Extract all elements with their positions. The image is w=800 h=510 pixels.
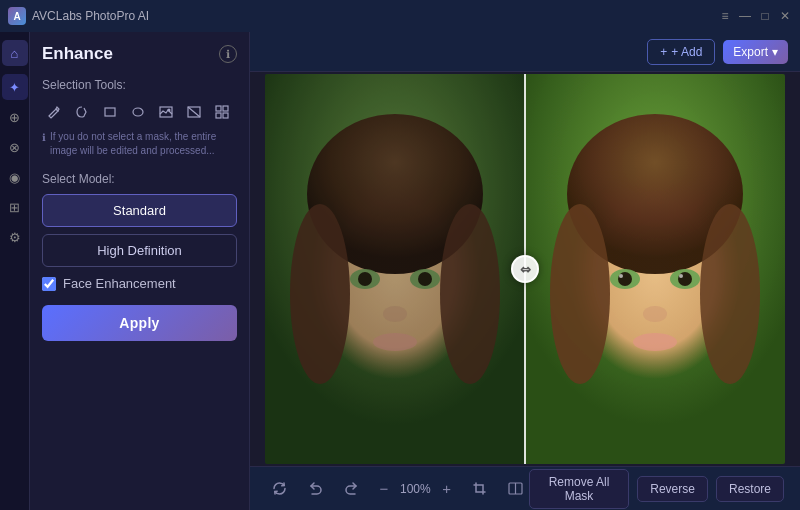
- info-icon[interactable]: ℹ: [219, 45, 237, 63]
- face-overlay-left: [265, 74, 525, 464]
- sidebar-item-settings[interactable]: ⚙: [2, 224, 28, 250]
- bottom-left-tools: − 100% +: [266, 476, 529, 502]
- export-label: Export: [733, 45, 768, 59]
- titlebar-left: A AVCLabs PhotoPro AI: [8, 7, 149, 25]
- svg-point-21: [373, 333, 417, 351]
- svg-point-28: [670, 269, 700, 289]
- tool-grid[interactable]: [210, 100, 234, 124]
- add-button[interactable]: + + Add: [647, 39, 715, 65]
- svg-point-3: [168, 109, 171, 112]
- photo-container: ⇔: [265, 74, 785, 464]
- note-icon: ℹ: [42, 131, 46, 145]
- tool-ellipse[interactable]: [126, 100, 150, 124]
- undo-icon[interactable]: [302, 476, 328, 502]
- zoom-group: − 100% +: [374, 479, 457, 499]
- redo-icon[interactable]: [338, 476, 364, 502]
- drag-arrows-icon: ⇔: [520, 263, 531, 276]
- zoom-value: 100%: [400, 482, 431, 496]
- tool-image[interactable]: [154, 100, 178, 124]
- apply-button[interactable]: Apply: [42, 305, 237, 341]
- svg-point-31: [619, 274, 623, 278]
- zoom-out-button[interactable]: −: [374, 479, 394, 499]
- maximize-icon[interactable]: □: [758, 9, 772, 23]
- app-icon: A: [8, 7, 26, 25]
- refresh-icon[interactable]: [266, 476, 292, 502]
- canvas-area: ⇔: [250, 72, 800, 466]
- compare-drag-handle[interactable]: ⇔: [511, 255, 539, 283]
- close-icon[interactable]: ✕: [778, 9, 792, 23]
- svg-point-34: [633, 333, 677, 351]
- zoom-in-button[interactable]: +: [437, 479, 457, 499]
- add-icon: +: [660, 45, 667, 59]
- crop-icon[interactable]: [467, 476, 493, 502]
- add-label: + Add: [671, 45, 702, 59]
- tool-lasso[interactable]: [70, 100, 94, 124]
- svg-point-20: [383, 306, 407, 322]
- svg-point-29: [618, 272, 632, 286]
- export-button[interactable]: Export ▾: [723, 40, 788, 64]
- tool-pen[interactable]: [42, 100, 66, 124]
- selection-note: ℹ If you do not select a mask, the entir…: [42, 130, 237, 158]
- svg-point-27: [610, 269, 640, 289]
- standard-model-button[interactable]: Standard: [42, 194, 237, 227]
- reverse-button[interactable]: Reverse: [637, 476, 708, 502]
- svg-rect-7: [223, 106, 228, 111]
- svg-point-13: [307, 114, 483, 274]
- tool-rect[interactable]: [98, 100, 122, 124]
- svg-rect-22: [525, 74, 785, 464]
- app-title: AVCLabs PhotoPro AI: [32, 9, 149, 23]
- sidebar-item-tools[interactable]: ⊕: [2, 104, 28, 130]
- svg-point-32: [679, 274, 683, 278]
- face-overlay-right: [525, 74, 785, 464]
- high-definition-model-button[interactable]: High Definition: [42, 234, 237, 267]
- face-enhancement-checkbox[interactable]: [42, 277, 56, 291]
- tool-mask[interactable]: [182, 100, 206, 124]
- svg-point-1: [133, 108, 143, 116]
- svg-rect-8: [216, 113, 221, 118]
- titlebar: A AVCLabs PhotoPro AI ≡ — □ ✕: [0, 0, 800, 32]
- photo-original: [265, 74, 525, 464]
- svg-point-19: [418, 272, 432, 286]
- svg-rect-9: [223, 113, 228, 118]
- svg-point-15: [440, 204, 500, 384]
- export-arrow-icon: ▾: [772, 45, 778, 59]
- selection-tools-row: [42, 100, 237, 124]
- minimize-icon[interactable]: —: [738, 9, 752, 23]
- titlebar-controls: ≡ — □ ✕: [718, 9, 792, 23]
- svg-point-30: [678, 272, 692, 286]
- select-model-label: Select Model:: [42, 172, 237, 186]
- svg-point-25: [550, 204, 610, 384]
- panel-title: Enhance: [42, 44, 113, 64]
- panel-header: Enhance ℹ: [42, 44, 237, 64]
- bottom-toolbar: − 100% + Remove: [250, 466, 800, 510]
- svg-point-16: [350, 269, 380, 289]
- svg-point-12: [310, 169, 480, 379]
- selection-note-text: If you do not select a mask, the entire …: [50, 130, 237, 158]
- sidebar-item-adjust[interactable]: ⊗: [2, 134, 28, 160]
- svg-point-23: [570, 169, 740, 379]
- selection-tools-label: Selection Tools:: [42, 78, 237, 92]
- sidebar-item-layers[interactable]: ⊞: [2, 194, 28, 220]
- face-enhancement-row: Face Enhancement: [42, 276, 237, 291]
- svg-rect-10: [265, 74, 525, 464]
- compare-icon[interactable]: [503, 476, 529, 502]
- main-layout: ⌂ ✦ ⊕ ⊗ ◉ ⊞ ⚙ Enhance ℹ Selection Tools:: [0, 32, 800, 510]
- svg-rect-6: [216, 106, 221, 111]
- menu-icon[interactable]: ≡: [718, 9, 732, 23]
- restore-button[interactable]: Restore: [716, 476, 784, 502]
- svg-point-24: [567, 114, 743, 274]
- svg-point-26: [700, 204, 760, 384]
- image-area: + + Add Export ▾: [250, 32, 800, 510]
- svg-point-14: [290, 204, 350, 384]
- face-enhancement-label: Face Enhancement: [63, 276, 176, 291]
- remove-all-mask-button[interactable]: Remove All Mask: [529, 469, 630, 509]
- photo-enhanced: [525, 74, 785, 464]
- icon-sidebar: ⌂ ✦ ⊕ ⊗ ◉ ⊞ ⚙: [0, 32, 30, 510]
- left-panel: Enhance ℹ Selection Tools:: [30, 32, 250, 510]
- svg-point-17: [410, 269, 440, 289]
- sidebar-item-home[interactable]: ⌂: [2, 40, 28, 66]
- top-bar: + + Add Export ▾: [250, 32, 800, 72]
- sidebar-item-enhance[interactable]: ✦: [2, 74, 28, 100]
- sidebar-item-face[interactable]: ◉: [2, 164, 28, 190]
- svg-rect-11: [265, 74, 525, 464]
